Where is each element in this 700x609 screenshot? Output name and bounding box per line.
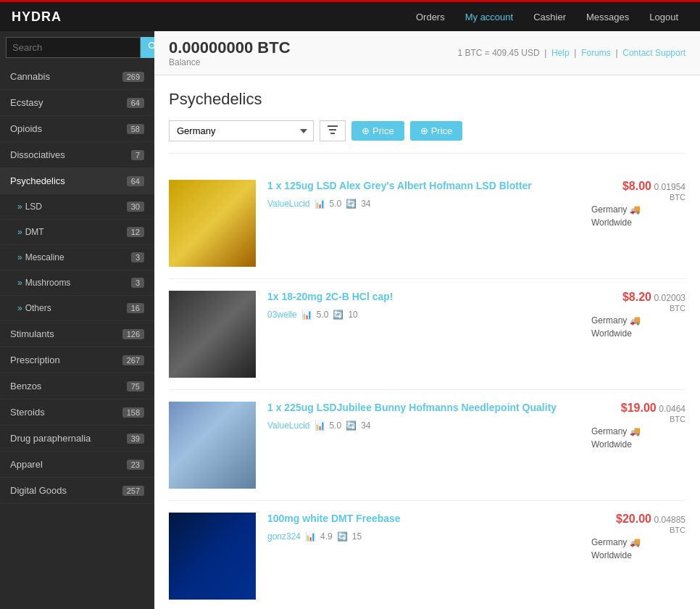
category-count-badge: 64 xyxy=(127,98,144,108)
price-btc: 0.01954 xyxy=(654,182,686,192)
sidebar-item-digital-goods[interactable]: Digital Goods257 xyxy=(0,478,154,504)
bar-chart-icon: 📊 xyxy=(314,420,325,431)
sidebar-item-label: »Mescaline xyxy=(17,252,64,262)
price-low-button[interactable]: ⊕ Price xyxy=(351,121,404,141)
filter-button[interactable] xyxy=(320,120,346,141)
sidebar-item-label: Dissociatives xyxy=(10,149,65,160)
sidebar-item-others[interactable]: »Others16 xyxy=(0,296,154,321)
price-usd: $8.20 xyxy=(622,291,651,303)
price-btc: 0.04885 xyxy=(654,515,686,525)
bar-chart-icon: 📊 xyxy=(305,531,316,542)
listing-price-usd: $20.00 0.04885 xyxy=(591,513,686,526)
sidebar-item-label: Benzos xyxy=(10,381,41,392)
arrow-icon: » xyxy=(17,227,22,237)
listing-title[interactable]: 1x 18-20mg 2C-B HCl cap! xyxy=(267,291,580,302)
listing-meta: ValueLucid 📊 5.0 🔄 34 xyxy=(267,199,580,209)
retweet-icon: 🔄 xyxy=(346,420,357,431)
price-low-label: Price xyxy=(372,125,394,136)
category-count-badge: 7 xyxy=(131,150,144,160)
help-link[interactable]: Help xyxy=(551,48,570,58)
ship-to-label: Worldwide xyxy=(591,328,632,339)
arrow-icon: » xyxy=(17,252,22,262)
page-title: Psychedelics xyxy=(169,90,686,109)
plus-icon: ⊕ xyxy=(362,125,370,136)
country-select[interactable]: Germany United States United Kingdom Net… xyxy=(169,120,314,141)
sidebar-item-drug-paraphernalia[interactable]: Drug paraphernalia39 xyxy=(0,426,154,452)
sidebar-item-lsd[interactable]: »LSD30 xyxy=(0,194,154,220)
sidebar-item-label: Cannabis xyxy=(10,71,50,82)
listing-item: 100mg white DMT Freebase gonz324 📊 4.9 🔄… xyxy=(169,501,686,609)
sidebar-item-label: Digital Goods xyxy=(10,485,67,496)
sidebar-item-steroids[interactable]: Steroids158 xyxy=(0,399,154,426)
sidebar-item-stimulants[interactable]: Stimulants126 xyxy=(0,321,154,347)
listing-rating: 4.9 xyxy=(320,531,333,542)
nav-cashier[interactable]: Cashier xyxy=(523,1,576,33)
category-count-badge: 16 xyxy=(127,303,144,313)
listing-seller[interactable]: gonz324 xyxy=(267,531,301,542)
sidebar-item-mushrooms[interactable]: »Mushrooms3 xyxy=(0,270,154,296)
nav-logout[interactable]: Logout xyxy=(639,1,688,33)
forums-link[interactable]: Forums xyxy=(581,48,611,58)
listing-title[interactable]: 100mg white DMT Freebase xyxy=(267,513,580,524)
sidebar-item-label: Psychedelics xyxy=(10,175,65,186)
btc-rate: 1 BTC = 409.45 USD xyxy=(458,48,540,58)
sidebar-item-apparel[interactable]: Apparel23 xyxy=(0,452,154,478)
sidebar-item-benzos[interactable]: Benzos75 xyxy=(0,373,154,399)
listing-transactions: 34 xyxy=(361,199,370,209)
sidebar-item-dissociatives[interactable]: Dissociatives7 xyxy=(0,142,154,168)
sidebar-item-label: Steroids xyxy=(10,407,45,418)
price-btc-label: BTC xyxy=(591,415,686,423)
top-bar: 0.00000000 BTC Balance 1 BTC = 409.45 US… xyxy=(154,31,700,75)
ship-to-label: Worldwide xyxy=(591,439,632,450)
price-high-label: Price xyxy=(431,125,453,136)
sidebar-item-label: Stimulants xyxy=(10,328,54,339)
listing-transactions: 34 xyxy=(361,420,370,431)
sidebar-item-label: »Mushrooms xyxy=(17,278,70,288)
sidebar-item-label: »DMT xyxy=(17,227,44,237)
sidebar-item-cannabis[interactable]: Cannabis269 xyxy=(0,64,154,90)
ship-to: Worldwide xyxy=(591,218,686,228)
balance-info: 0.00000000 BTC Balance xyxy=(169,38,291,67)
listing-transactions: 15 xyxy=(352,531,362,542)
ship-to-label: Worldwide xyxy=(591,218,632,228)
sidebar-item-opioids[interactable]: Opioids58 xyxy=(0,116,154,142)
listing-seller[interactable]: ValueLucid xyxy=(267,199,310,209)
nav-messages[interactable]: Messages xyxy=(576,1,639,33)
sidebar-item-label: »Others xyxy=(17,303,51,313)
sidebar-item-label: »LSD xyxy=(17,202,42,212)
listing-seller[interactable]: ValueLucid xyxy=(267,420,310,431)
sidebar-categories: Cannabis269Ecstasy64Opioids58Dissociativ… xyxy=(0,64,154,504)
content-area: Psychedelics Germany United States Unite… xyxy=(154,75,700,609)
contact-support-link[interactable]: Contact Support xyxy=(622,48,686,58)
nav-orders[interactable]: Orders xyxy=(406,1,455,33)
nav-my-account[interactable]: My account xyxy=(455,1,523,33)
listing-price-col: $20.00 0.04885 BTC Germany 🚚 Worldwide xyxy=(591,513,686,560)
listing-seller[interactable]: 03welle xyxy=(267,310,297,320)
listing-title[interactable]: 1 x 125ug LSD Alex Grey's Albert Hofmann… xyxy=(267,180,580,191)
ship-from-label: Germany xyxy=(591,426,627,436)
ship-to: Worldwide xyxy=(591,550,686,560)
sidebar-item-label: Drug paraphernalia xyxy=(10,433,91,444)
listing-thumbnail xyxy=(169,180,256,267)
sidebar-item-ecstasy[interactable]: Ecstasy64 xyxy=(0,90,154,116)
balance-btc: 0.00000000 BTC xyxy=(169,38,291,57)
listing-thumbnail xyxy=(169,402,256,489)
sidebar-item-dmt[interactable]: »DMT12 xyxy=(0,220,154,245)
listing-meta: 03welle 📊 5.0 🔄 10 xyxy=(267,310,580,320)
price-usd: $20.00 xyxy=(616,513,651,525)
search-input[interactable] xyxy=(6,37,141,58)
category-count-badge: 23 xyxy=(127,460,144,470)
listing-price-usd: $19.00 0.0464 xyxy=(591,402,686,415)
listing-price-usd: $8.00 0.01954 xyxy=(591,180,686,193)
sidebar-item-psychedelics[interactable]: Psychedelics64 xyxy=(0,168,154,194)
plus-icon2: ⊕ xyxy=(420,125,428,136)
top-bar-right: 1 BTC = 409.45 USD | Help | Forums | Con… xyxy=(458,48,686,58)
retweet-icon: 🔄 xyxy=(337,531,348,542)
sidebar-item-mescaline[interactable]: »Mescaline3 xyxy=(0,245,154,270)
price-high-button[interactable]: ⊕ Price xyxy=(410,121,463,141)
sidebar-item-prescription[interactable]: Prescription267 xyxy=(0,347,154,373)
listing-title[interactable]: 1 x 225ug LSDJubilee Bunny Hofmanns Need… xyxy=(267,402,580,413)
listing-price-col: $19.00 0.0464 BTC Germany 🚚 Worldwide xyxy=(591,402,686,450)
retweet-icon: 🔄 xyxy=(346,199,357,209)
listing-item: 1 x 125ug LSD Alex Grey's Albert Hofmann… xyxy=(169,168,686,279)
